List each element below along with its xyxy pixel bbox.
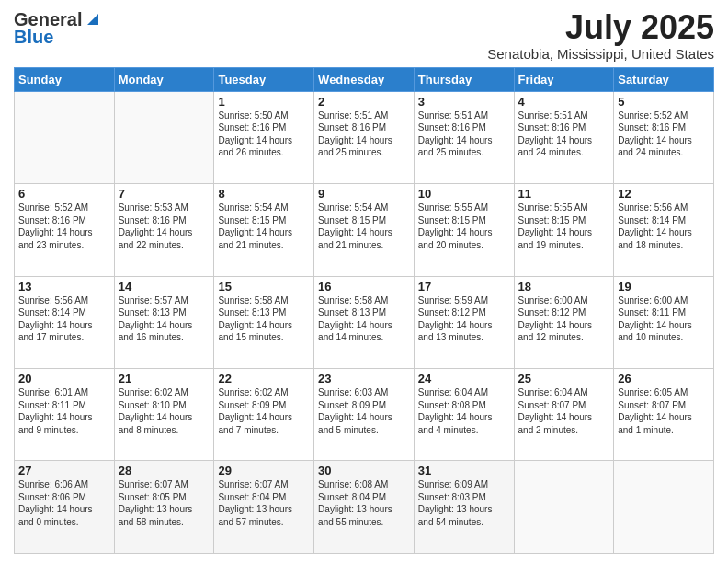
table-row: 27Sunrise: 6:06 AM Sunset: 8:06 PM Dayli…: [15, 461, 115, 554]
day-number: 4: [518, 95, 610, 109]
table-row: 17Sunrise: 5:59 AM Sunset: 8:12 PM Dayli…: [414, 276, 514, 368]
table-row: 2Sunrise: 5:51 AM Sunset: 8:16 PM Daylig…: [314, 91, 415, 183]
day-info: Sunrise: 5:54 AM Sunset: 8:15 PM Dayligh…: [318, 201, 410, 251]
day-info: Sunrise: 5:51 AM Sunset: 8:16 PM Dayligh…: [318, 109, 410, 159]
day-number: 23: [318, 372, 410, 385]
day-number: 24: [418, 372, 510, 385]
month-title: July 2025: [487, 9, 714, 46]
day-number: 29: [218, 464, 310, 477]
table-row: 23Sunrise: 6:03 AM Sunset: 8:09 PM Dayli…: [314, 369, 415, 461]
day-info: Sunrise: 6:07 AM Sunset: 8:05 PM Dayligh…: [119, 478, 210, 528]
col-sunday: Sunday: [15, 67, 115, 91]
day-number: 9: [318, 187, 410, 201]
day-info: Sunrise: 6:02 AM Sunset: 8:10 PM Dayligh…: [119, 386, 210, 436]
logo: General Blue: [14, 9, 101, 48]
day-number: 16: [318, 280, 410, 293]
table-row: 15Sunrise: 5:58 AM Sunset: 8:13 PM Dayli…: [214, 276, 314, 368]
day-info: Sunrise: 6:09 AM Sunset: 8:03 PM Dayligh…: [418, 478, 510, 528]
table-row: 31Sunrise: 6:09 AM Sunset: 8:03 PM Dayli…: [414, 461, 514, 554]
col-thursday: Thursday: [414, 67, 514, 91]
day-info: Sunrise: 6:00 AM Sunset: 8:12 PM Dayligh…: [518, 294, 610, 344]
day-info: Sunrise: 6:01 AM Sunset: 8:11 PM Dayligh…: [18, 386, 110, 436]
table-row: 13Sunrise: 5:56 AM Sunset: 8:14 PM Dayli…: [15, 276, 115, 368]
table-row: 3Sunrise: 5:51 AM Sunset: 8:16 PM Daylig…: [414, 91, 514, 183]
day-number: 15: [218, 280, 310, 293]
day-number: 13: [18, 280, 110, 293]
day-number: 2: [318, 95, 410, 109]
table-row: 16Sunrise: 5:58 AM Sunset: 8:13 PM Dayli…: [314, 276, 415, 368]
day-number: 8: [218, 187, 310, 201]
day-number: 11: [518, 187, 610, 201]
day-info: Sunrise: 5:53 AM Sunset: 8:16 PM Dayligh…: [119, 201, 210, 251]
day-number: 12: [618, 187, 710, 201]
day-number: 27: [18, 464, 110, 477]
day-info: Sunrise: 5:50 AM Sunset: 8:16 PM Dayligh…: [218, 109, 310, 159]
day-number: 28: [119, 464, 210, 477]
day-info: Sunrise: 5:52 AM Sunset: 8:16 PM Dayligh…: [618, 109, 710, 159]
day-info: Sunrise: 5:59 AM Sunset: 8:12 PM Dayligh…: [418, 294, 510, 344]
table-row: 12Sunrise: 5:56 AM Sunset: 8:14 PM Dayli…: [614, 184, 714, 276]
day-info: Sunrise: 5:56 AM Sunset: 8:14 PM Dayligh…: [18, 294, 110, 344]
table-row: 1Sunrise: 5:50 AM Sunset: 8:16 PM Daylig…: [214, 91, 314, 183]
day-number: 25: [518, 372, 610, 385]
table-row: 10Sunrise: 5:55 AM Sunset: 8:15 PM Dayli…: [414, 184, 514, 276]
week-row-2: 6Sunrise: 5:52 AM Sunset: 8:16 PM Daylig…: [15, 184, 714, 276]
table-row: [15, 91, 115, 183]
day-info: Sunrise: 5:55 AM Sunset: 8:15 PM Dayligh…: [418, 201, 510, 251]
table-row: 21Sunrise: 6:02 AM Sunset: 8:10 PM Dayli…: [114, 369, 214, 461]
week-row-4: 20Sunrise: 6:01 AM Sunset: 8:11 PM Dayli…: [15, 369, 714, 461]
location: Senatobia, Mississippi, United States: [487, 46, 714, 62]
day-number: 22: [218, 372, 310, 385]
day-number: 18: [518, 280, 610, 293]
logo-icon: [85, 10, 101, 27]
col-monday: Monday: [114, 67, 214, 91]
day-info: Sunrise: 5:58 AM Sunset: 8:13 PM Dayligh…: [218, 294, 310, 344]
table-row: [514, 461, 614, 554]
day-info: Sunrise: 5:55 AM Sunset: 8:15 PM Dayligh…: [518, 201, 610, 251]
week-row-5: 27Sunrise: 6:06 AM Sunset: 8:06 PM Dayli…: [15, 461, 714, 554]
day-info: Sunrise: 5:51 AM Sunset: 8:16 PM Dayligh…: [418, 109, 510, 159]
day-info: Sunrise: 6:07 AM Sunset: 8:04 PM Dayligh…: [218, 478, 310, 528]
day-number: 3: [418, 95, 510, 109]
col-friday: Friday: [514, 67, 614, 91]
day-number: 21: [119, 372, 210, 385]
day-info: Sunrise: 5:57 AM Sunset: 8:13 PM Dayligh…: [119, 294, 210, 344]
table-row: 5Sunrise: 5:52 AM Sunset: 8:16 PM Daylig…: [614, 91, 714, 183]
day-info: Sunrise: 5:58 AM Sunset: 8:13 PM Dayligh…: [318, 294, 410, 344]
col-saturday: Saturday: [614, 67, 714, 91]
day-number: 7: [119, 187, 210, 201]
header-right: July 2025 Senatobia, Mississippi, United…: [487, 9, 714, 62]
table-row: 25Sunrise: 6:04 AM Sunset: 8:07 PM Dayli…: [514, 369, 614, 461]
table-row: 30Sunrise: 6:08 AM Sunset: 8:04 PM Dayli…: [314, 461, 415, 554]
day-number: 20: [18, 372, 110, 385]
table-row: [114, 91, 214, 183]
day-number: 31: [418, 464, 510, 477]
day-number: 30: [318, 464, 410, 477]
calendar-header-row: Sunday Monday Tuesday Wednesday Thursday…: [15, 67, 714, 91]
week-row-3: 13Sunrise: 5:56 AM Sunset: 8:14 PM Dayli…: [15, 276, 714, 368]
svg-marker-0: [87, 14, 98, 25]
day-info: Sunrise: 5:51 AM Sunset: 8:16 PM Dayligh…: [518, 109, 610, 159]
day-info: Sunrise: 5:56 AM Sunset: 8:14 PM Dayligh…: [618, 201, 710, 251]
day-number: 19: [618, 280, 710, 293]
day-number: 14: [119, 280, 210, 293]
logo-blue-text: Blue: [14, 27, 53, 48]
table-row: 11Sunrise: 5:55 AM Sunset: 8:15 PM Dayli…: [514, 184, 614, 276]
day-info: Sunrise: 6:04 AM Sunset: 8:07 PM Dayligh…: [518, 386, 610, 436]
day-number: 1: [218, 95, 310, 109]
table-row: 14Sunrise: 5:57 AM Sunset: 8:13 PM Dayli…: [114, 276, 214, 368]
day-number: 17: [418, 280, 510, 293]
table-row: 24Sunrise: 6:04 AM Sunset: 8:08 PM Dayli…: [414, 369, 514, 461]
day-info: Sunrise: 6:06 AM Sunset: 8:06 PM Dayligh…: [18, 478, 110, 528]
table-row: [614, 461, 714, 554]
table-row: 9Sunrise: 5:54 AM Sunset: 8:15 PM Daylig…: [314, 184, 415, 276]
day-info: Sunrise: 5:54 AM Sunset: 8:15 PM Dayligh…: [218, 201, 310, 251]
day-number: 6: [18, 187, 110, 201]
table-row: 4Sunrise: 5:51 AM Sunset: 8:16 PM Daylig…: [514, 91, 614, 183]
table-row: 26Sunrise: 6:05 AM Sunset: 8:07 PM Dayli…: [614, 369, 714, 461]
week-row-1: 1Sunrise: 5:50 AM Sunset: 8:16 PM Daylig…: [15, 91, 714, 183]
day-info: Sunrise: 6:05 AM Sunset: 8:07 PM Dayligh…: [618, 386, 710, 436]
header: General Blue July 2025 Senatobia, Missis…: [14, 9, 714, 62]
day-number: 10: [418, 187, 510, 201]
day-number: 26: [618, 372, 710, 385]
